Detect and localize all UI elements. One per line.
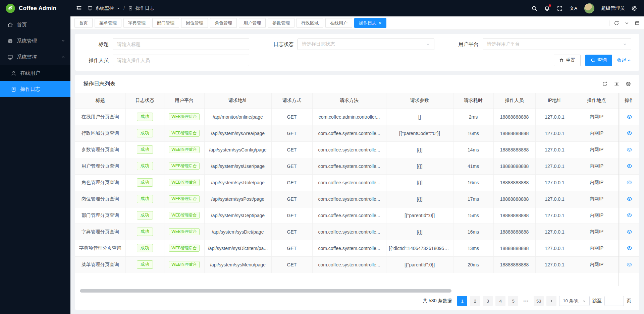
translate-icon[interactable]: 文A — [570, 5, 578, 11]
cell-method: GET — [271, 207, 312, 224]
log-status-select[interactable]: 请选择日志状态 — [298, 39, 434, 50]
vertical-scrollbar[interactable] — [619, 93, 619, 286]
view-detail-button[interactable] — [627, 180, 632, 185]
chevron-down-icon — [61, 39, 65, 43]
tab-item[interactable]: 角色管理 — [210, 18, 237, 28]
tab-item[interactable]: 首页 — [74, 18, 93, 28]
next-page-button[interactable] — [546, 296, 556, 306]
app-title: Coffee Admin — [19, 5, 56, 12]
view-detail-button[interactable] — [627, 262, 632, 267]
density-icon[interactable] — [614, 81, 620, 87]
view-detail-button[interactable] — [627, 196, 632, 202]
view-detail-button[interactable] — [627, 147, 632, 152]
cell-status: 成功 — [125, 141, 164, 158]
pager-ellipsis[interactable]: ••• — [521, 296, 531, 306]
page-size-value: 10 条/页 — [563, 298, 579, 304]
operator-label: 操作人员 — [76, 57, 113, 64]
settings-gear-icon[interactable] — [631, 5, 637, 11]
cell-method: GET — [271, 240, 312, 256]
cell-ip: 127.0.0.1 — [535, 158, 574, 174]
tab-item[interactable]: 操作日志× — [354, 18, 386, 28]
cell-title: 字典项管理分页查询 — [75, 240, 125, 256]
status-badge: 成功 — [137, 195, 153, 203]
status-label: 日志状态 — [261, 41, 298, 48]
table-row: 用户管理分页查询成功WEB管理后台/api/system/sysUser/pag… — [75, 158, 639, 174]
cell-status: 成功 — [125, 207, 164, 224]
page-button[interactable]: 5 — [508, 296, 518, 306]
horizontal-scrollbar[interactable] — [80, 289, 451, 293]
chevron-up-icon — [61, 55, 65, 59]
tab-item[interactable]: 在线用户 — [325, 18, 352, 28]
search-icon — [591, 58, 595, 63]
tab-item[interactable]: 岗位管理 — [181, 18, 208, 28]
column-header-location: 操作地点 — [574, 93, 619, 109]
page-button[interactable]: 4 — [495, 296, 505, 306]
sidebar-item-operation-log[interactable]: 操作日志 — [0, 81, 70, 97]
refresh-icon[interactable] — [614, 20, 619, 26]
page-button[interactable]: 3 — [483, 296, 493, 306]
sidebar-item-home[interactable]: 首页 — [0, 17, 70, 33]
settings-gear-icon[interactable] — [626, 81, 631, 87]
tab-item[interactable]: 用户管理 — [239, 18, 266, 28]
view-detail-button[interactable] — [627, 212, 632, 218]
collapse-button[interactable]: 收起 — [617, 57, 631, 63]
tab-item[interactable]: 参数管理 — [268, 18, 294, 28]
search-icon[interactable] — [531, 5, 537, 11]
cell-method: GET — [271, 224, 312, 240]
trash-icon — [559, 58, 564, 63]
table-row: 字典项管理分页查询成功WEB管理后台/api/system/sysDictIte… — [75, 240, 639, 256]
menu-collapse-icon[interactable] — [76, 5, 82, 11]
view-detail-button[interactable] — [627, 114, 632, 120]
status-badge: 成功 — [137, 211, 153, 219]
reset-button[interactable]: 重置 — [554, 55, 581, 66]
tab-item[interactable]: 菜单管理 — [95, 18, 121, 28]
cell-action — [619, 224, 639, 240]
cell-title: 行政区域分页查询 — [75, 125, 125, 141]
view-detail-button[interactable] — [627, 229, 632, 235]
layout-icon[interactable] — [635, 20, 640, 26]
cell-duration: 16ms — [453, 125, 493, 141]
jump-page-input[interactable] — [604, 296, 624, 306]
view-detail-button[interactable] — [627, 130, 632, 136]
sidebar-item-label: 首页 — [17, 22, 27, 28]
status-badge: 成功 — [137, 145, 153, 153]
sidebar-item-system-management[interactable]: 系统管理 — [0, 33, 70, 49]
eye-icon — [627, 229, 632, 235]
user-name[interactable]: 超级管理员 — [601, 5, 625, 11]
view-detail-button[interactable] — [627, 245, 632, 251]
table-row: 在线用户分页查询成功WEB管理后台/api/monitor/online/pag… — [75, 109, 639, 125]
cell-method: GET — [271, 158, 312, 174]
sidebar-item-system-monitor[interactable]: 系统监控 — [0, 49, 70, 65]
page-button[interactable]: 53 — [534, 296, 544, 306]
cell-params: [{}] — [386, 191, 453, 207]
refresh-icon[interactable] — [602, 81, 608, 87]
page-button[interactable]: 1 — [457, 296, 467, 306]
log-list-card: 操作日志列表 标题日志状态用户平台请求地址请求方式请求方法请求参数请求耗时操作人… — [75, 75, 639, 310]
cell-url: /api/system/sysDictItem/pa... — [204, 240, 271, 256]
breadcrumb-parent[interactable]: 系统监控 — [95, 5, 114, 11]
user-platform-select[interactable]: 请选择用户平台 — [483, 39, 631, 50]
tab-item[interactable]: 行政区域 — [297, 18, 323, 28]
pagination: 共 530 条数据 12345•••53 10 条/页 跳至 页 — [75, 293, 639, 309]
app-logo[interactable]: Coffee Admin — [0, 0, 70, 17]
tab-label: 在线用户 — [330, 20, 347, 26]
cell-title: 岗位管理分页查询 — [75, 191, 125, 207]
query-button[interactable]: 查询 — [585, 55, 612, 66]
page-size-select[interactable]: 10 条/页 — [559, 296, 590, 306]
title-input[interactable] — [113, 39, 249, 50]
tab-item[interactable]: 部门管理 — [152, 18, 179, 28]
notification-bell-icon[interactable] — [544, 5, 550, 11]
table-row: 参数管理分页查询成功WEB管理后台/api/system/sysConfig/p… — [75, 141, 639, 158]
view-detail-button[interactable] — [627, 163, 632, 169]
tab-item[interactable]: 字典管理 — [123, 18, 150, 28]
operator-input[interactable] — [113, 55, 249, 66]
tab-close-icon[interactable]: × — [379, 20, 382, 25]
page-button[interactable]: 2 — [470, 296, 480, 306]
fullscreen-icon[interactable] — [557, 5, 563, 11]
avatar[interactable] — [584, 3, 594, 13]
chevron-down-icon[interactable] — [625, 21, 629, 25]
cell-location: 内网IP — [574, 224, 619, 240]
cell-url: /api/system/sysMenu/page — [204, 256, 271, 273]
sidebar-item-online-users[interactable]: 在线用户 — [0, 65, 70, 81]
eye-icon — [627, 147, 632, 152]
